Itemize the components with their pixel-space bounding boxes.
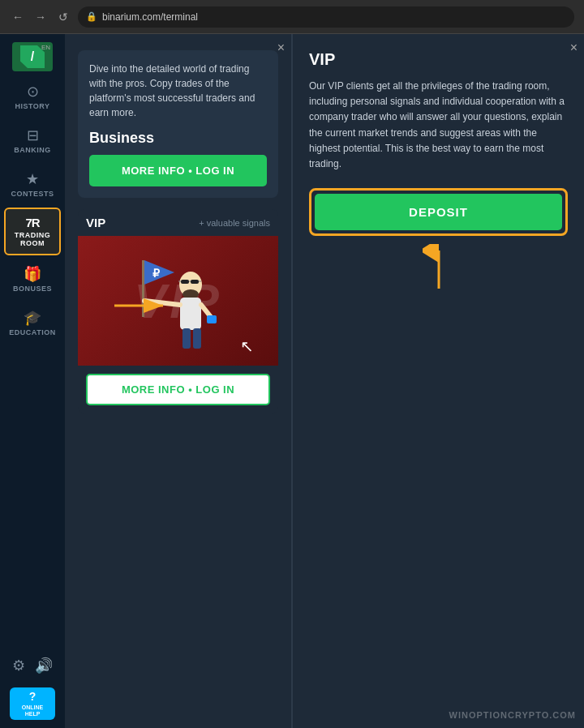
left-panel-close-button[interactable]: × [277,41,285,55]
watermark: WINOPTIONCRYPTO.COM [449,710,577,720]
right-panel: × VIP Our VIP clients get all the privil… [292,34,584,728]
sidebar-banking-label: BANKING [14,146,51,154]
reload-button[interactable]: ↺ [55,9,71,25]
sidebar-item-trading-room[interactable]: 7R TRADINGROOM [4,208,61,255]
vip-popup-description: Our VIP clients get all the privileges o… [309,79,568,172]
online-help-question-icon: ? [29,690,36,703]
deposit-button[interactable]: DEPOSIT [315,194,562,230]
sidebar-logo[interactable]: / EN [12,42,53,71]
business-more-info-button[interactable]: MORE INFO • LOG IN [89,155,267,186]
svg-text:₽: ₽ [152,267,160,280]
right-panel-content: VIP Our VIP clients get all the privileg… [293,34,584,309]
bonuses-icon: 🎁 [24,265,41,283]
sidebar-bottom: ⚙ 🔊 ? ONLINEHELP [10,657,55,728]
panel-content: Dive into the detailed world of trading … [65,34,291,426]
address-bar[interactable]: 🔒 binarium.com/terminal [78,6,574,28]
trading-room-icon: 7R [25,216,39,229]
cursor-arrow-icon: ↖ [240,336,254,356]
vip-popup-title: VIP [309,50,568,69]
sidebar-trading-room-label: TRADINGROOM [15,231,51,247]
contests-icon: ★ [26,170,39,188]
education-icon: 🎓 [24,309,41,327]
url-text: binarium.com/terminal [102,11,198,23]
banking-icon: ⊟ [27,126,39,144]
svg-rect-5 [191,280,199,284]
main-layout: / EN ⊙ HISTORY ⊟ BANKING ★ CONTESTS 7R T… [0,34,584,728]
right-panel-close-button[interactable]: × [570,41,578,55]
vip-card-title: VIP [86,216,105,229]
back-button[interactable]: ← [10,9,26,25]
business-description: Dive into the detailed world of trading … [89,62,267,120]
sidebar-contests-label: CONTESTS [11,190,54,198]
sidebar-item-history[interactable]: ⊙ HISTORY [4,76,61,117]
vip-more-info-button[interactable]: MORE INFO • LOG IN [86,374,270,405]
svg-rect-10 [180,298,201,330]
sidebar-item-bonuses[interactable]: 🎁 BONUSES [4,259,61,299]
svg-rect-15 [193,328,201,349]
svg-rect-13 [207,315,217,323]
svg-rect-4 [181,280,189,284]
vip-signals-label: + valuable signals [199,218,270,228]
svg-rect-14 [182,328,191,349]
sidebar-item-banking[interactable]: ⊟ BANKING [4,120,61,161]
vip-card-header: VIP + valuable signals [78,209,278,236]
sidebar-history-label: HISTORY [15,102,49,110]
browser-chrome: ← → ↺ 🔒 binarium.com/terminal [0,0,584,34]
sidebar-item-contests[interactable]: ★ CONTESTS [4,164,61,204]
lock-icon: 🔒 [86,11,97,22]
logo-en: EN [41,44,50,51]
forward-button[interactable]: → [32,9,49,25]
vip-illustration: VIP ₽ [78,236,278,366]
orange-arrow-annotation [110,285,175,329]
sidebar-item-education[interactable]: 🎓 EDUCATION [4,302,61,343]
vip-card: VIP + valuable signals VIP [78,209,278,413]
orange-arrow-svg [110,285,175,326]
history-icon: ⊙ [27,83,39,101]
sidebar-bottom-icons: ⚙ 🔊 [12,657,53,674]
business-title: Business [89,130,267,147]
left-panel: × Dive into the detailed world of tradin… [65,34,292,728]
deposit-arrow-annotation [309,244,568,293]
sidebar-education-label: EDUCATION [9,328,55,336]
business-card: Dive into the detailed world of trading … [78,50,278,198]
svg-line-12 [201,305,211,317]
settings-icon[interactable]: ⚙ [12,657,25,674]
sidebar: / EN ⊙ HISTORY ⊟ BANKING ★ CONTESTS 7R T… [0,34,65,728]
online-help-label: ONLINEHELP [22,704,43,718]
deposit-button-wrapper: DEPOSIT [309,188,568,236]
logo-slash: / [31,49,34,64]
sound-icon[interactable]: 🔊 [35,657,53,674]
content-area: × Dive into the detailed world of tradin… [65,34,584,728]
sidebar-bonuses-label: BONUSES [13,285,52,293]
online-help-button[interactable]: ? ONLINEHELP [10,687,55,720]
deposit-up-arrow-svg [423,244,455,293]
